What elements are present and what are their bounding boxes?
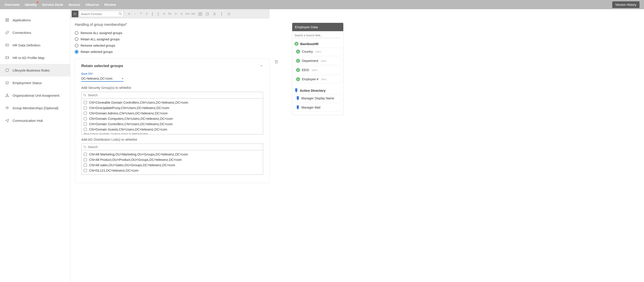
- svg-point-20: [119, 12, 121, 14]
- field-employee-[interactable]: bEmployee #(abc): [294, 75, 342, 83]
- topnav-identity[interactable]: Identity!: [25, 1, 37, 9]
- list-item-label: CN=Cloneable Domain Controllers,CN=Users…: [89, 101, 188, 104]
- security-group-search[interactable]: [81, 92, 263, 98]
- checkbox-icon[interactable]: [84, 128, 87, 131]
- sidebar-item-applications[interactable]: Applications: [0, 14, 70, 26]
- list-item[interactable]: CN=All Marketing,OU=Marketing,OU=Groups,…: [82, 152, 263, 157]
- table-icon[interactable]: [197, 11, 203, 17]
- svg-rect-8: [6, 57, 9, 59]
- list-item[interactable]: CN=Domain Computers,CN=Users,DC=telesenz…: [82, 116, 263, 121]
- source-field-search[interactable]: [294, 33, 341, 38]
- topnav-observe[interactable]: Observe: [86, 1, 99, 9]
- sidebar-item-communication-hub[interactable]: Communication Hub: [0, 114, 70, 127]
- topnav-service-desk[interactable]: Service Desk: [42, 1, 63, 9]
- field-eeid[interactable]: bEEID(abc): [294, 66, 342, 74]
- radio-option[interactable]: Remove selected groups: [75, 42, 270, 49]
- radio-icon: [75, 50, 78, 54]
- version-history-button[interactable]: Version History: [612, 1, 640, 8]
- font-icon[interactable]: [212, 11, 218, 17]
- operator-=[interactable]: =: [161, 12, 167, 16]
- field-manager-mail[interactable]: Manager Mail: [294, 103, 342, 111]
- sidebar-item-lifecycle-business-rules[interactable]: Lifecycle Business Rules: [0, 64, 70, 76]
- checkbox-icon[interactable]: [84, 106, 87, 109]
- operator-*[interactable]: *: [138, 12, 144, 16]
- source-active-directory[interactable]: Active Directory: [292, 87, 343, 94]
- checkbox-icon[interactable]: [84, 112, 87, 115]
- sidebar-item-hr-to-ad-profile-map[interactable]: HR to AD Profile Map: [0, 51, 70, 64]
- topnav-review[interactable]: Review: [104, 1, 116, 9]
- search-function-field[interactable]: [81, 12, 118, 16]
- list-item[interactable]: CN=DnsUpdateProxy,CN=Users,DC=telesenz,D…: [82, 105, 263, 111]
- checkbox-icon[interactable]: [84, 158, 87, 161]
- delete-panel-button[interactable]: [274, 60, 278, 64]
- group-icon: [5, 106, 10, 110]
- field-country[interactable]: bCountry(abc): [294, 48, 342, 56]
- sidebar-item-connections[interactable]: Connections: [0, 26, 70, 39]
- clock-icon[interactable]: [204, 11, 210, 17]
- sidebar-item-employment-status[interactable]: Employment Status: [0, 76, 70, 89]
- list-item[interactable]: CN=Domain Guests,CN=Users,DC=telesenz,DC…: [82, 127, 263, 132]
- operator-/[interactable]: /: [144, 12, 150, 16]
- radio-label: Remove selected groups: [80, 44, 115, 47]
- svg-point-30: [228, 14, 230, 15]
- list-item-label: CN=Domain Guests,CN=Users,DC=telesenz,DC…: [89, 128, 167, 131]
- list-item-label: CN=Domain Admins,CN=Users,DC=telesenz,DC…: [89, 111, 168, 115]
- operator--[interactable]: -: [132, 12, 138, 16]
- field-department[interactable]: bDepartment(abc): [294, 57, 342, 65]
- checkbox-icon[interactable]: [84, 164, 87, 167]
- operator-<=[interactable]: <=: [184, 12, 190, 16]
- sidebar-item-group-memberships-optional-[interactable]: Group Memberships [Optional]: [0, 102, 70, 114]
- field-label: Country: [302, 50, 313, 53]
- list-item[interactable]: CN=All sales,OU=Sales,OU=Groups,DC=teles…: [82, 163, 263, 168]
- settings-icon[interactable]: [226, 11, 232, 17]
- base-dn-select[interactable]: DC=telesenz,DC=com: [81, 76, 124, 82]
- operator-)[interactable]: ): [156, 12, 161, 16]
- search-function-input[interactable]: [79, 11, 124, 17]
- security-group-search-input[interactable]: [88, 93, 261, 97]
- search-icon: [83, 94, 86, 97]
- panel-title: Retain selected groups: [81, 64, 123, 68]
- retain-panel: Retain selected groups Base DN* DC=teles…: [75, 59, 270, 183]
- operator-<[interactable]: <: [179, 12, 184, 16]
- radio-option[interactable]: Retain selected groups: [75, 49, 270, 55]
- svg-rect-0: [6, 18, 7, 20]
- list-item[interactable]: CN=DL121,DC=telesenz,DC=com: [82, 168, 263, 173]
- collapse-icon[interactable]: [260, 64, 263, 68]
- ad-icon: [296, 105, 300, 109]
- operator-([interactable]: (: [150, 12, 156, 16]
- bamboo-icon: b: [296, 68, 300, 72]
- field-manager-display-name[interactable]: Manager Display Name: [294, 94, 342, 102]
- list-item[interactable]: CN=All Product,OU=Product,OU=Groups,DC=t…: [82, 157, 263, 163]
- distribution-list-search-input[interactable]: [88, 145, 261, 149]
- operator->[interactable]: >: [173, 12, 179, 16]
- security-groups-heading: Add Security Group(s) to whitelist: [81, 86, 263, 89]
- top-nav: OverviewIdentity!Service DeskAccessObser…: [0, 0, 644, 9]
- sidebar-item-organizational-unit-assignment[interactable]: Organizational Unit Assignment: [0, 89, 70, 102]
- checkbox-icon[interactable]: [84, 153, 87, 156]
- operator->=[interactable]: >=: [190, 12, 196, 16]
- list-item[interactable]: CN=Domain Admins,CN=Users,DC=telesenz,DC…: [82, 111, 263, 116]
- formula-bar: fx +-*/()=!=><<=>=: [70, 9, 270, 19]
- checkbox-icon[interactable]: [84, 117, 87, 120]
- svg-point-33: [84, 146, 86, 148]
- distribution-list-listbox[interactable]: CN=All Marketing,OU=Marketing,OU=Groups,…: [81, 150, 263, 175]
- source-bamboohr[interactable]: bBambooHR: [292, 40, 343, 48]
- radio-option[interactable]: Remove ALL assigned groups: [75, 30, 270, 36]
- radio-option[interactable]: Retain ALL assigned groups: [75, 36, 270, 42]
- checkbox-icon[interactable]: [84, 101, 87, 104]
- checkbox-icon[interactable]: [84, 169, 87, 172]
- list-item[interactable]: CN=Cloneable Domain Controllers,CN=Users…: [82, 100, 263, 105]
- distribution-list-heading: Add AD Distribution List(s) to whitelist: [81, 137, 263, 141]
- operator-!=[interactable]: !=: [167, 12, 173, 16]
- topnav-access[interactable]: Access: [68, 1, 80, 9]
- list-item[interactable]: CN=Domain Controllers,CN=Users,DC=telese…: [82, 121, 263, 127]
- sidebar-item-hr-data-definition[interactable]: HR Data Definition: [0, 39, 70, 51]
- radio-label: Retain selected groups: [80, 50, 113, 54]
- operator-+[interactable]: +: [126, 12, 132, 16]
- radio-icon: [75, 31, 78, 35]
- topnav-overview[interactable]: Overview: [4, 1, 20, 9]
- distribution-list-search[interactable]: [81, 144, 263, 150]
- security-group-listbox[interactable]: CN=Cloneable Domain Controllers,CN=Users…: [81, 98, 263, 134]
- checkbox-icon[interactable]: [84, 122, 87, 126]
- info-icon[interactable]: [218, 11, 225, 17]
